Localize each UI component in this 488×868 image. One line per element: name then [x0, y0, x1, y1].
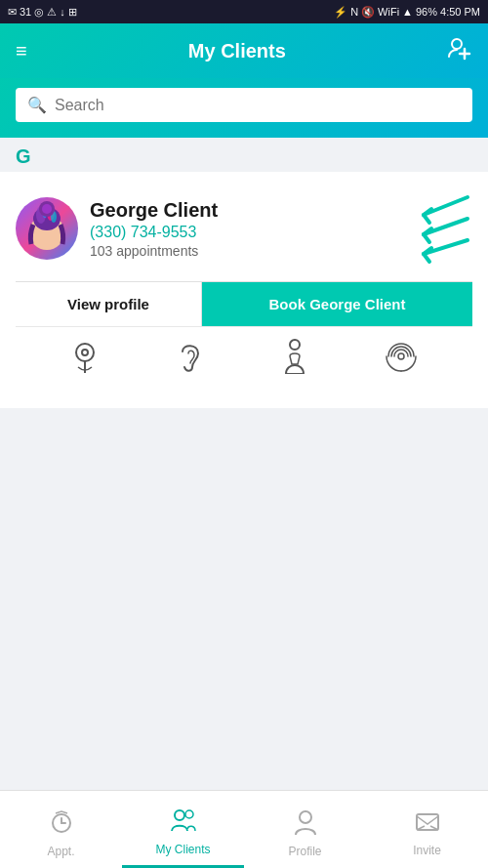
view-profile-button[interactable]: View profile	[16, 282, 202, 326]
section-letter-g: G	[0, 138, 488, 172]
warning-icon: ⚠	[47, 6, 57, 19]
nav-label-appt: Appt.	[47, 845, 74, 858]
svg-point-21	[300, 811, 311, 823]
people-icon	[170, 807, 197, 839]
ear-icon[interactable]	[177, 340, 204, 380]
profile-icon	[294, 809, 317, 841]
time-display: 4:50 PM	[440, 6, 480, 18]
client-card: George Client (330) 734-9553 103 appoint…	[0, 172, 488, 408]
empty-content-area	[0, 408, 488, 682]
status-icons-left: ✉ 31 ◎ ⚠ ↓ ⊞	[8, 6, 77, 19]
status-icons-right: ⚡ N 🔇 WiFi ▲ 96% 4:50 PM	[334, 6, 480, 19]
swipe-arrows-decoration	[404, 187, 472, 269]
nav-label-my-clients: My Clients	[155, 843, 210, 856]
client-details: George Client (330) 734-9553 103 appoint…	[90, 199, 392, 259]
avatar	[16, 197, 78, 260]
search-icon: 🔍	[27, 96, 47, 114]
location-status-icon: ◎	[34, 6, 44, 19]
nav-label-invite: Invite	[413, 844, 441, 857]
svg-point-19	[175, 810, 184, 820]
calendar-icon: 31	[20, 6, 31, 18]
svg-point-12	[82, 350, 88, 355]
svg-point-13	[290, 340, 300, 350]
battery-level: 96%	[416, 6, 437, 18]
svg-point-15	[398, 353, 404, 359]
menu-button[interactable]: ≡	[16, 40, 27, 62]
book-client-button[interactable]: Book George Client	[202, 282, 472, 326]
nav-label-profile: Profile	[288, 845, 321, 858]
client-phone: (330) 734-9553	[90, 224, 392, 241]
client-appointments: 103 appointments	[90, 243, 392, 259]
location-icon[interactable]	[70, 340, 100, 380]
signal-icon: ▲	[402, 6, 413, 18]
nav-item-appt[interactable]: Appt.	[0, 791, 122, 868]
bottom-navigation: Appt. My Clients Profile	[0, 790, 488, 868]
bluetooth-icon: ⚡	[334, 6, 347, 19]
action-buttons: View profile Book George Client	[16, 281, 472, 326]
mail-icon: ✉	[8, 6, 17, 19]
nav-item-profile[interactable]: Profile	[244, 791, 366, 868]
service-icons-row	[16, 326, 472, 393]
fingerprint-icon[interactable]	[385, 340, 418, 380]
search-input-wrap[interactable]: 🔍	[16, 88, 472, 122]
n-icon: N	[350, 6, 358, 18]
svg-point-10	[42, 204, 52, 214]
nav-item-invite[interactable]: Invite	[366, 791, 488, 868]
client-name: George Client	[90, 199, 392, 222]
app-header: ≡ My Clients	[0, 23, 488, 78]
search-input[interactable]	[55, 97, 461, 114]
grid-icon: ⊞	[68, 6, 77, 19]
nav-item-my-clients[interactable]: My Clients	[122, 791, 244, 868]
person-body-icon[interactable]	[282, 339, 307, 381]
page-title: My Clients	[188, 40, 286, 62]
wifi-icon: WiFi	[378, 6, 399, 18]
search-bar-container: 🔍	[0, 78, 488, 138]
download-icon: ↓	[60, 6, 65, 18]
volume-icon: 🔇	[361, 6, 375, 19]
svg-point-20	[185, 810, 193, 818]
client-info-row: George Client (330) 734-9553 103 appoint…	[16, 187, 472, 269]
add-client-button[interactable]	[447, 35, 472, 66]
svg-point-11	[76, 344, 94, 361]
svg-point-0	[452, 39, 462, 49]
client-card-inner: George Client (330) 734-9553 103 appoint…	[16, 187, 472, 326]
status-bar: ✉ 31 ◎ ⚠ ↓ ⊞ ⚡ N 🔇 WiFi ▲ 96% 4:50 PM	[0, 0, 488, 23]
clock-icon	[49, 809, 74, 841]
client-list-content: G	[0, 138, 488, 682]
invite-icon	[415, 810, 440, 840]
